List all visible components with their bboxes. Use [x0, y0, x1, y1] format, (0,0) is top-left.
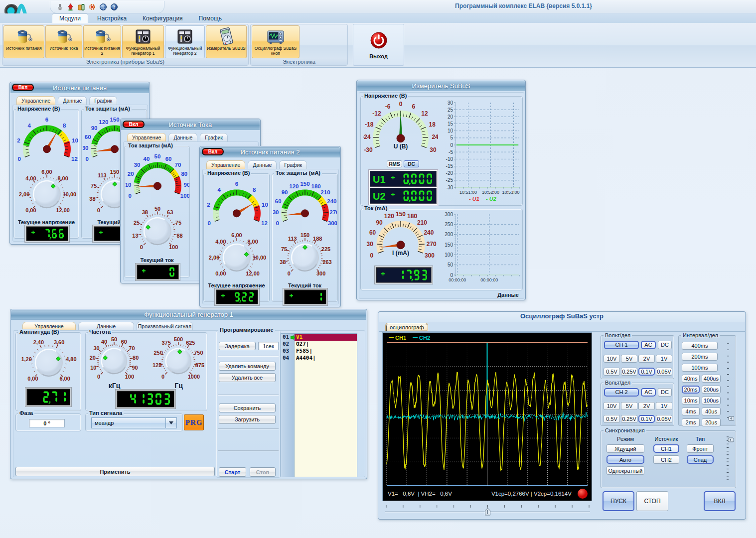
window-oscilloscope[interactable]: Осциллограф SuBaS устр осциллограф CH1CH…	[378, 311, 746, 520]
osc-interval-200us[interactable]: 200us	[702, 386, 721, 394]
gen-apply-button[interactable]: Применить	[15, 467, 215, 476]
osc-ch1-channel-button[interactable]: CH 1	[604, 341, 639, 349]
ribbon-tab-2[interactable]: Конфигурация	[136, 14, 190, 23]
meter-dc-button[interactable]: DC	[404, 160, 419, 167]
gen-program-row-1[interactable]: V1	[295, 334, 357, 341]
ribbon-button-источник-питания[interactable]: Источник питания	[3, 25, 44, 58]
osc-tab-oscilloscope[interactable]: осциллограф	[385, 323, 428, 332]
osc-horizontal-slider[interactable]	[384, 504, 591, 517]
gen-delete-all-button[interactable]: Удалить все	[219, 373, 276, 382]
osc-power-button[interactable]: ВКЛ	[704, 491, 736, 511]
cs-current-knob[interactable]: 013253850637588100	[126, 205, 189, 254]
osc-ch1-volt-5V[interactable]: 5V	[621, 355, 637, 363]
ribbon-button-функциональный-генератор-2[interactable]: Функциональный генератор 2	[165, 25, 205, 58]
window-meter[interactable]: Измеритель SuBuS Напряжение (В) -30-24-1…	[356, 80, 526, 300]
osc-ch2-channel-button[interactable]: CH 2	[604, 388, 639, 397]
gen-delay-input[interactable]: 1сек	[258, 342, 279, 350]
osc-sync-Авто[interactable]: Авто	[606, 455, 644, 464]
ps2-tab-1[interactable]: Данные	[248, 160, 277, 169]
osc-ch2-volt-10V[interactable]: 10V	[604, 402, 620, 410]
gen-titlebar[interactable]: Функциональный генератор 1	[11, 310, 366, 320]
ps2-tab-0[interactable]: Управление	[206, 160, 245, 169]
ps2-current-knob[interactable]: 03875113150188225263300	[273, 232, 337, 280]
ribbon-button-источник-питания-2[interactable]: Источник питания 2	[83, 25, 121, 58]
arrow-up-icon[interactable]	[67, 3, 74, 11]
osc-ch2-volt-1V[interactable]: 1V	[656, 402, 672, 410]
help-icon[interactable]: ?	[110, 3, 118, 11]
gen-save-button[interactable]: Сохранить	[219, 404, 276, 412]
mic-icon[interactable]	[56, 3, 64, 11]
osc-ch1-volt-0_1V[interactable]: 0.1V	[638, 368, 655, 376]
osc-ch2-volt-5V[interactable]: 5V	[621, 402, 637, 410]
osc-interval-20ms[interactable]: 20ms	[682, 386, 700, 394]
folder-icon[interactable]	[77, 3, 85, 11]
osc-titlebar[interactable]: Осциллограф SuBaS устр	[379, 312, 745, 322]
cs-tab-1[interactable]: Данные	[168, 133, 197, 142]
osc-interval-40ms[interactable]: 40ms	[682, 375, 700, 383]
osc-ch2-volt-2V[interactable]: 2V	[638, 402, 655, 410]
gen-signal-type-dropdown[interactable]: меандр	[91, 417, 177, 428]
osc-ch1-volt-2V[interactable]: 2V	[638, 355, 655, 363]
ps2-voltage-knob[interactable]: 0,002,004,006,008,0010,0012,00	[205, 232, 269, 280]
osc-interval-400ms[interactable]: 400ms	[682, 342, 718, 350]
ps1-tab-2[interactable]: График	[89, 96, 117, 105]
osc-interval-4ms[interactable]: 4ms	[682, 407, 700, 415]
gear-x-icon[interactable]	[88, 3, 96, 11]
meter-data-label[interactable]: Данные	[357, 292, 519, 298]
meter-rms-button[interactable]: RMS	[387, 160, 402, 167]
ribbon-button-функциональный-генератор-1[interactable]: Функциональный генератор 1	[122, 25, 164, 58]
gen-prg-button[interactable]: PRG	[184, 414, 204, 430]
window-generator-1[interactable]: Функциональный генератор 1 УправлениеДан…	[10, 309, 367, 479]
osc-ch2-ac-button[interactable]: AC	[641, 388, 656, 397]
gen-khz-knob[interactable]: 0102030405060708090100	[83, 337, 145, 383]
osc-ch2-dc-button[interactable]: DC	[658, 388, 672, 397]
osc-stop-button[interactable]: СТОП	[636, 491, 668, 511]
ribbon-tab-3[interactable]: Помощь	[192, 14, 229, 23]
osc-interval-100ms[interactable]: 100ms	[682, 364, 718, 372]
osc-sync-Ждущий[interactable]: Ждущий	[606, 444, 644, 453]
window-power-supply-2[interactable]: Источник питания 2 Вкл УправлениеДанныеГ…	[199, 146, 341, 307]
osc-interval-400us[interactable]: 400us	[702, 375, 721, 383]
ps1-tab-1[interactable]: Данные	[58, 96, 87, 105]
cs-tab-2[interactable]: График	[200, 133, 228, 142]
gen-program-list[interactable]: 01020304 V1Q27|F585|A4404|	[281, 333, 357, 477]
gen-phase-input[interactable]: 0 °	[29, 419, 65, 427]
gen-dropdown-arrow-icon[interactable]	[165, 418, 176, 428]
ps2-tab-2[interactable]: График	[279, 160, 307, 169]
osc-sync-Спад[interactable]: Спад	[687, 455, 714, 464]
ps1-tab-0[interactable]: Управление	[16, 96, 55, 105]
osc-ch1-dc-button[interactable]: DC	[658, 341, 672, 349]
osc-ch2-volt-0_25V[interactable]: 0.25V	[621, 415, 637, 423]
osc-interval-20us[interactable]: 20us	[702, 418, 721, 426]
gen-delay-button[interactable]: Задержка	[219, 342, 256, 350]
gen-hz-knob[interactable]: 01252503755006257508751000	[148, 337, 209, 383]
osc-interval-100us[interactable]: 100us	[702, 397, 721, 404]
ribbon-button-источник-тока[interactable]: Источник Тока	[45, 25, 82, 58]
osc-interval-200ms[interactable]: 200ms	[682, 353, 718, 361]
gen-program-row-3[interactable]: F585|	[295, 348, 357, 355]
osc-interval-40us[interactable]: 40us	[702, 407, 721, 415]
gen-program-row-2[interactable]: Q27|	[295, 341, 357, 348]
exit-button[interactable]: Выход	[353, 24, 404, 66]
gen-load-button[interactable]: Загрузить	[219, 415, 276, 424]
gen-program-list-rows[interactable]: V1Q27|F585|A4404|	[294, 333, 357, 477]
ribbon-tab-0[interactable]: Модули	[52, 13, 88, 23]
osc-ch1-volt-0_05V[interactable]: 0.05V	[656, 368, 672, 376]
gen-tab-2[interactable]: Произвольный сигнал	[137, 322, 193, 331]
osc-ch1-volt-10V[interactable]: 10V	[604, 355, 620, 363]
osc-ch2-volt-0_5V[interactable]: 0.5V	[604, 415, 620, 423]
osc-interval-10ms[interactable]: 10ms	[682, 397, 700, 404]
ribbon-button-измеритель-subus[interactable]: Измеритель SuBuS	[206, 25, 247, 58]
gen-program-row-4[interactable]: A4404|	[295, 355, 357, 362]
globe-icon[interactable]	[99, 3, 107, 11]
osc-sync-CH2[interactable]: CH2	[653, 455, 679, 464]
cs-tab-0[interactable]: Управление	[127, 133, 166, 142]
gen-stop-button[interactable]: Стоп	[250, 467, 276, 477]
ps1-power-on-button[interactable]: Вкл	[12, 84, 34, 91]
osc-sync-Однократный[interactable]: Однократный	[606, 466, 644, 475]
osc-ch1-volt-1V[interactable]: 1V	[656, 355, 672, 363]
osc-ch1-volt-0_5V[interactable]: 0.5V	[604, 368, 620, 376]
cs-power-on-button[interactable]: Вкл	[123, 121, 145, 128]
osc-ch2-volt-0_1V[interactable]: 0.1V	[638, 415, 655, 423]
ribbon-tab-1[interactable]: Настройка	[90, 14, 134, 23]
